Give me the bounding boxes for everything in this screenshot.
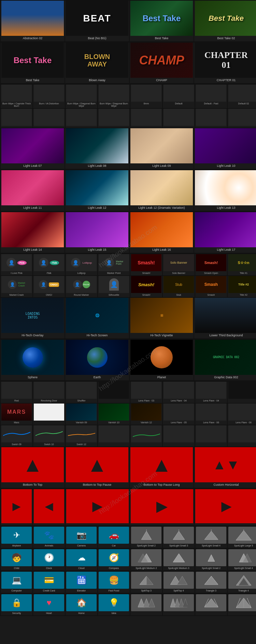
fs10-item[interactable]	[33, 109, 65, 128]
spiltop3-item[interactable]: SpiltTop 3	[130, 572, 162, 593]
ll09-item[interactable]: Light Leak 09	[130, 128, 194, 169]
camera-item[interactable]: 📷 Camera	[66, 527, 97, 548]
lens04-item[interactable]: Lens Flare · 04	[163, 382, 195, 403]
stub2-item[interactable]: Stub Stub	[163, 276, 195, 297]
spot-sm2-item[interactable]: SpotLight Small 2	[195, 549, 227, 570]
animals-item[interactable]: 🐾 Animals	[33, 527, 65, 548]
fs14-item[interactable]	[163, 109, 195, 128]
data-item[interactable]: GRAPHIC DATA 002 Graphic Data 002	[194, 340, 256, 380]
child-item[interactable]: 🧒 Child	[1, 549, 32, 570]
fs2-item[interactable]: Burn / IA Distortion	[33, 85, 65, 108]
swish2-item[interactable]: Swish 10	[33, 425, 65, 447]
hitech-overlay-item[interactable]: LOADINGINTOS Hi-Tech Overlay	[1, 298, 65, 338]
fs11-item[interactable]	[66, 109, 97, 128]
ll07-item[interactable]: Light Leak 07	[1, 128, 65, 169]
swish5-item[interactable]	[130, 425, 162, 447]
spotlight-small3-item[interactable]: SpotLight Small 3	[163, 527, 195, 548]
arr1-item[interactable]: ►	[1, 489, 32, 525]
omg-item[interactable]: 👤 OMG! OMG!	[33, 276, 65, 297]
mars-item[interactable]: MARS Mars	[1, 404, 32, 425]
clock-item[interactable]: 🕐 Clock	[33, 549, 65, 570]
smash2-item[interactable]: Smash! Smash!	[130, 276, 162, 297]
beat-item[interactable]: BEAT Beat (No BG)	[65, 1, 129, 41]
varnish2-item[interactable]: Varnish 10	[98, 404, 130, 425]
planet-item[interactable]: Planet	[130, 340, 194, 380]
silhouette-item[interactable]: 👤 Silhouette	[98, 276, 130, 297]
airplane-item[interactable]: ✈ Airplane	[1, 527, 32, 548]
fs12-item[interactable]	[98, 109, 130, 128]
swish8-item[interactable]	[228, 425, 256, 447]
ll13-item[interactable]: Light Leak 13	[194, 170, 256, 211]
fs13-item[interactable]	[130, 109, 162, 128]
elevator-item[interactable]: 🛗 Elevator	[66, 572, 97, 593]
bottom-to-top-pause-item[interactable]: Bottom to Top Pause	[65, 447, 129, 488]
fs7-item[interactable]: Default - Fast	[195, 85, 227, 108]
arr2-item[interactable]: ◄	[33, 489, 65, 525]
fs4-item[interactable]: Burn Wipe / Diagonal Burn Wipe	[98, 85, 130, 108]
ll16-item[interactable]: Light Leak 16	[130, 212, 194, 253]
bottom-to-top-item[interactable]: Bottom To Top	[1, 447, 65, 488]
lens06-item[interactable]: Lens Flare · 06	[195, 404, 227, 425]
heart-item[interactable]: ♥ Heart	[33, 594, 65, 615]
home-item[interactable]: 🏠 Home	[66, 594, 97, 615]
ll11-item[interactable]: Light Leak 11	[1, 170, 65, 211]
spot-sm4-item[interactable]: SpotLight Small 4	[228, 549, 256, 570]
red-item[interactable]: Red	[1, 382, 32, 403]
lens03-item[interactable]: Lens Flare · 03	[130, 382, 162, 403]
title1-item[interactable]: S☆☆n Title #1	[228, 254, 256, 275]
ll12-item[interactable]: Light Leak 12	[65, 170, 129, 211]
abstraction02-item[interactable]: Abstraction 02	[1, 1, 65, 41]
fs1-item[interactable]: Burn Wipe / Capriole Thick Burn	[1, 85, 32, 108]
besttake-pink-item[interactable]: Best Take Best Take	[1, 43, 65, 83]
markerpoint-item[interactable]: 👤 MarkerPoint Marker Point	[98, 254, 130, 275]
marketcrash-item[interactable]: 👤 MarketCrash Market Crash	[1, 276, 32, 297]
arr3-item[interactable]: ►	[66, 489, 129, 525]
ll14-item[interactable]: Light Leak 14	[1, 212, 65, 253]
arr5-item[interactable]: ►	[195, 489, 256, 525]
bottom-to-top-pause-long-item[interactable]: Bottom to Top Pause Long	[130, 447, 194, 488]
fastfood-item[interactable]: 🍔 Fast Food	[98, 572, 130, 593]
besttake02-item[interactable]: Best Take Best Take 02	[194, 1, 256, 41]
ll15-item[interactable]: Light Leak 15	[65, 212, 129, 253]
spotlight-large5-item[interactable]: SpotLight Large 5	[228, 527, 256, 548]
spot-med2-item[interactable]: SpotLight Medium 2	[130, 549, 162, 570]
creditcard-item[interactable]: 💳 Credit Card	[33, 572, 65, 593]
revolving-item[interactable]: Revolving Door	[33, 382, 65, 403]
lollipop-item[interactable]: 👤 Lollipop Lollipop	[66, 254, 97, 275]
split6-item[interactable]	[163, 594, 195, 615]
fs16-item[interactable]	[228, 109, 256, 128]
chapter01-item[interactable]: CHAPTER01 CHAPTER 01	[194, 43, 256, 83]
swish7-item[interactable]	[195, 425, 227, 447]
split5-item[interactable]	[130, 594, 162, 615]
ll12b-item[interactable]: Light Leak 12 (Dramatic Variation)	[130, 170, 194, 211]
smash3-item[interactable]: Smash Smash	[195, 276, 227, 297]
computer-item[interactable]: 💻 Computer	[1, 572, 32, 593]
title2-item[interactable]: Title #2 Title #2	[228, 276, 256, 297]
lens04b-item[interactable]: Lens Flare · 04	[195, 382, 227, 403]
lens06b-item[interactable]: Lens Flare · 06	[228, 404, 256, 425]
cloud-item[interactable]: ☁ Cloud	[66, 549, 97, 570]
idea-item[interactable]: 💡 Idea	[98, 594, 130, 615]
lens05-item[interactable]: Lens Flare · 05	[163, 404, 195, 425]
varnish1-item[interactable]: Varnish 09	[66, 404, 97, 425]
solobanner-item[interactable]: Solo Banner Solo Banner	[163, 254, 195, 275]
security-item[interactable]: 🔒 Security	[1, 594, 32, 615]
lower3-bg-item[interactable]: Lower Third Background	[194, 298, 256, 338]
hitech-vignette-item[interactable]: ⊞ Hi-Tech Vignette	[130, 298, 194, 338]
ll08-item[interactable]: Light Leak 08	[65, 128, 129, 169]
spotlight-small4-item[interactable]: SpotLight Small 4	[195, 527, 227, 548]
car-item[interactable]: 🚗 Car	[98, 527, 130, 548]
shuffler-item[interactable]: Shuffler	[66, 382, 97, 403]
custom-horizontal-item[interactable]: ▲▼ Custom Horizontal	[194, 447, 256, 488]
lpink-item[interactable]: 👤 Pink I Love Pink	[1, 254, 32, 275]
sphere-item[interactable]: Sphere	[1, 340, 65, 380]
triangle3-item[interactable]: Triangle 3	[195, 572, 227, 593]
besttake-item[interactable]: Best Take Best Take	[130, 1, 194, 41]
fs9-item[interactable]	[1, 109, 32, 128]
fs6-item[interactable]: Default	[163, 85, 195, 108]
champ-item[interactable]: CHAMP CHAMP	[130, 43, 194, 83]
tri6-item[interactable]	[228, 594, 256, 615]
swish1-item[interactable]: Swish 09	[1, 425, 32, 447]
fs3-item[interactable]: Burn Wipe / Diagonal Burn Wipe	[66, 85, 97, 108]
hitech-screen-item[interactable]: 🌐 Hi-Tech Screen	[65, 298, 129, 338]
